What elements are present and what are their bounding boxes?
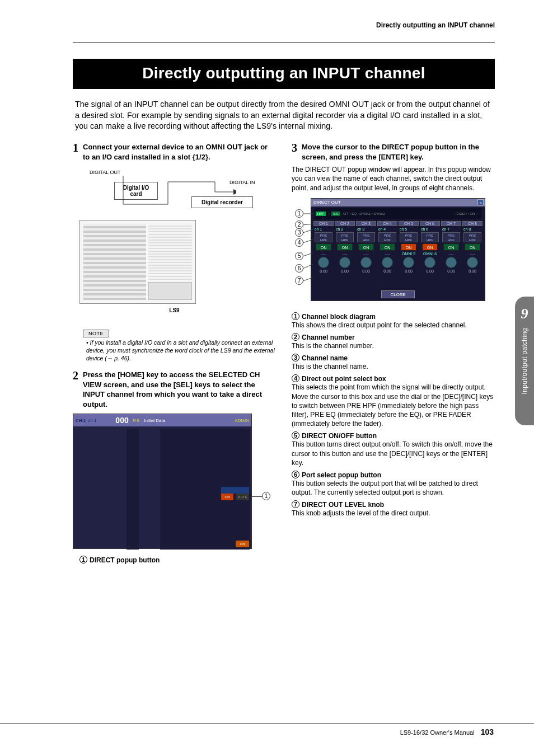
note-text: • If you install a digital I/O card in a… <box>83 339 276 362</box>
popup-close-x[interactable]: × <box>477 199 484 205</box>
callout-6: 6 <box>295 264 303 273</box>
def1-body: This shows the direct output point for t… <box>292 321 495 330</box>
popup-port-button[interactable]: ---- <box>335 252 355 256</box>
ss1-admin: ADMIN <box>235 418 249 423</box>
popup-level-knob[interactable] <box>424 257 435 268</box>
popup-level-knob[interactable] <box>360 257 372 268</box>
popup-level-knob[interactable] <box>467 257 478 268</box>
popup-level-value: 0.00 <box>426 269 434 273</box>
popup-level-value: 0.00 <box>362 269 370 273</box>
callout-4: 4 <box>295 238 303 247</box>
def4-body: This selects the point from which the si… <box>292 383 495 428</box>
label-ls9: LS9 <box>73 307 276 313</box>
popup-point-select[interactable]: PREHPF <box>421 232 439 242</box>
step-3-number: 3 <box>292 142 297 162</box>
popup-on-button[interactable]: ON <box>422 243 438 251</box>
popup-title: DIRECT OUT <box>313 200 341 205</box>
popup-port-button[interactable]: ---- <box>377 252 397 256</box>
callout-leaders <box>303 198 313 301</box>
step-2-text: Press the [HOME] key to access the SELEC… <box>83 370 276 409</box>
arrow-line <box>107 172 236 222</box>
popup-on-button[interactable]: ON <box>443 243 460 251</box>
def2-head: Channel number <box>302 334 355 341</box>
svg-line-5 <box>303 264 313 269</box>
popup-port-button[interactable]: ---- <box>462 252 483 256</box>
popup-ch-label: CH 5 <box>399 221 419 226</box>
popup-ch-name: ch 2 <box>335 227 355 231</box>
step-3-text: Move the cursor to the DIRECT popup butt… <box>302 142 495 162</box>
running-head: Directly outputting an INPUT channel <box>73 21 495 29</box>
ss1-direct-tab <box>221 487 249 494</box>
popup-on-button[interactable]: ON <box>316 243 332 251</box>
popup-point-select[interactable]: PREHPF <box>336 232 354 242</box>
def5-body: This button turns direct output on/off. … <box>292 440 495 467</box>
popup-on-button[interactable]: ON <box>380 243 396 251</box>
def4-head: Direct out point select box <box>302 375 386 383</box>
step-2: 2 Press the [HOME] key to access the SEL… <box>73 370 276 409</box>
step-1-number: 1 <box>73 142 78 162</box>
popup-on-button[interactable]: ON <box>358 243 374 251</box>
popup-level-knob[interactable] <box>403 257 414 268</box>
popup-level-knob[interactable] <box>318 257 329 268</box>
svg-line-3 <box>303 240 313 243</box>
ss1-ch2: ch 1 <box>88 418 96 423</box>
callout-3: 3 <box>295 228 303 237</box>
popup-on-button[interactable]: ON <box>401 243 417 251</box>
popup-port-button[interactable]: ---- <box>356 252 376 256</box>
popup-port-button[interactable]: OMNI 5 <box>399 252 419 256</box>
popup-ch-label: CH 4 <box>377 221 397 226</box>
step-1: 1 Connect your external device to an OMN… <box>73 142 276 162</box>
selected-ch-view-screenshot: CH 1 ch 1 000 R E Initial Data ADMIN ON <box>73 414 252 549</box>
popup-ch-label: CH 3 <box>356 221 376 226</box>
popup-level-value: 0.00 <box>383 269 391 273</box>
popup-point-select[interactable]: PREHPF <box>463 232 481 242</box>
popup-port-button[interactable]: OMNI 6 <box>420 252 440 256</box>
popup-point-select[interactable]: PREHPF <box>315 232 332 242</box>
def5-head: DIRECT ON/OFF button <box>302 432 377 440</box>
svg-line-6 <box>303 278 313 281</box>
popup-point-select[interactable]: PREHPF <box>442 232 460 242</box>
popup-port-button[interactable]: ---- <box>313 252 334 256</box>
ss1-direct-on[interactable]: ON <box>221 494 233 500</box>
popup-channel-2: CH 2ch 2PREHPFON----0.00 <box>335 221 355 288</box>
popup-level-value: 0.00 <box>469 269 476 273</box>
popup-point-select[interactable]: PREHPF <box>357 232 375 242</box>
popup-ch-label: CH 6 <box>420 221 440 226</box>
svg-line-1 <box>303 224 313 225</box>
popup-level-value: 0.00 <box>447 269 455 273</box>
ss1-on-bottom[interactable]: ON <box>236 541 249 547</box>
def7-head: DIRECT OUT LEVEL knob <box>302 501 384 509</box>
popup-on-button[interactable]: ON <box>465 243 481 251</box>
fig1-caption: 1DIRECT popup button <box>79 556 276 564</box>
callout-7: 7 <box>295 276 303 285</box>
callout-5: 5 <box>295 252 303 260</box>
page-footer: LS9-16/32 Owner's Manual 103 <box>0 724 534 739</box>
note-block: NOTE • If you install a digital I/O card… <box>83 327 276 362</box>
fig1-num: 1 <box>79 556 87 564</box>
popup-channel-6: CH 6ch 6PREHPFONOMNI 60.00 <box>420 221 440 288</box>
direct-out-popup-figure: DIRECT OUT × HPF → INS ATT • EQ • DYNA1 … <box>292 198 495 304</box>
popup-level-knob[interactable] <box>446 257 457 268</box>
popup-on-button[interactable]: ON <box>337 243 353 251</box>
popup-ch-name: ch 5 <box>399 227 419 231</box>
definitions: 1Channel block diagramThis shows the dir… <box>292 312 495 518</box>
ss1-ch: CH 1 <box>76 418 86 423</box>
ss1-title: Initial Data <box>144 418 165 423</box>
ls9-outline <box>79 220 196 304</box>
popup-ch-label: CH 8 <box>462 221 483 226</box>
ss1-mute[interactable]: MUTE <box>236 494 249 500</box>
def3-head: Channel name <box>302 354 348 362</box>
popup-point-select[interactable]: PREHPF <box>400 232 418 242</box>
popup-close-button[interactable]: CLOSE <box>381 290 415 298</box>
popup-ch-name: ch 3 <box>356 227 376 231</box>
popup-point-select[interactable]: PREHPF <box>378 232 396 242</box>
popup-channel-5: CH 5ch 5PREHPFONOMNI 50.00 <box>399 221 419 288</box>
popup-level-knob[interactable] <box>339 257 350 268</box>
callout-1-fig1: 1 <box>262 492 270 500</box>
def1-head: Channel block diagram <box>302 313 376 321</box>
popup-port-button[interactable]: ---- <box>441 252 461 256</box>
intro-paragraph: The signal of an INPUT channel can be ou… <box>75 99 493 132</box>
left-column: 1 Connect your external device to an OMN… <box>73 142 276 564</box>
popup-level-knob[interactable] <box>382 257 393 268</box>
popup-ch-name: ch 1 <box>313 227 334 231</box>
